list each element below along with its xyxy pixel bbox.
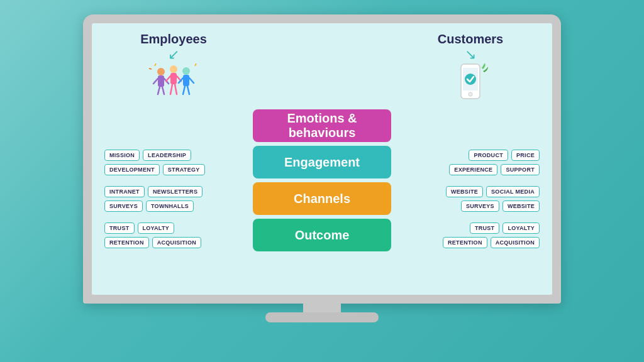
tag-social-media: SOCIAL MEDIA (486, 186, 540, 197)
tag-intranet: INTRANET (104, 186, 145, 197)
engagement-row: MISSION LEADERSHIP DEVELOPMENT STRATEGY … (104, 146, 540, 178)
monitor-screen-container: Employees ↙ (83, 14, 561, 304)
employees-tags-row5: TRUST LOYALTY (104, 222, 174, 234)
tag-loyalty-cust: LOYALTY (502, 222, 540, 234)
svg-rect-13 (183, 75, 189, 86)
svg-line-4 (158, 87, 160, 94)
outcome-button[interactable]: Outcome (253, 219, 391, 251)
tag-newsletters: NEWSLETTERS (148, 186, 203, 197)
svg-point-0 (157, 68, 165, 75)
tag-acquisition-emp: ACQUISITION (152, 237, 201, 248)
tag-development: DEVELOPMENT (104, 164, 160, 175)
channels-button[interactable]: Channels (253, 182, 391, 215)
header-section: Employees ↙ (104, 32, 540, 107)
tag-support: SUPPORT (501, 164, 540, 175)
tag-mission: MISSION (104, 150, 140, 161)
svg-line-11 (175, 84, 177, 94)
svg-line-15 (189, 78, 194, 83)
svg-line-19 (149, 69, 152, 69)
tag-retention-cust: RETENTION (443, 237, 487, 248)
svg-line-2 (153, 79, 158, 84)
tag-website-cust1: WEBSITE (446, 186, 483, 197)
svg-line-8 (166, 76, 170, 81)
tag-product: PRODUCT (469, 150, 508, 161)
tag-strategy: STRATEGY (163, 164, 205, 175)
customers-tags-row1: PRODUCT PRICE (469, 150, 540, 161)
engagement-btn-wrap: Engagement (235, 146, 409, 178)
channels-btn-wrap: Channels (235, 182, 409, 215)
tag-website-cust2: WEBSITE (502, 200, 540, 212)
tag-leadership: LEADERSHIP (143, 150, 191, 161)
tag-acquisition-cust: ACQUISITION (491, 237, 540, 248)
outcome-btn-wrap: Outcome (235, 219, 409, 251)
svg-point-12 (182, 67, 190, 75)
employees-illustration (148, 63, 199, 97)
svg-rect-1 (158, 75, 164, 87)
monitor-screen: Employees ↙ (92, 23, 552, 295)
employees-tags-row2: DEVELOPMENT STRATEGY (104, 164, 205, 175)
svg-point-6 (170, 65, 177, 73)
header-left: Employees ↙ (104, 32, 243, 97)
tag-surveys-emp: SURVEYS (104, 200, 143, 212)
employees-tags-row3: INTRANET NEWSLETTERS (104, 186, 203, 197)
employees-arrow: ↙ (168, 47, 179, 63)
customers-illustration (452, 63, 489, 107)
right-tags-channels: WEBSITE SOCIAL MEDIA SURVEYS WEBSITE (414, 186, 540, 212)
left-tags-engagement: MISSION LEADERSHIP DEVELOPMENT STRATEGY (104, 150, 230, 175)
tag-surveys-cust: SURVEYS (461, 200, 499, 212)
svg-point-24 (469, 92, 472, 96)
svg-line-20 (195, 63, 196, 66)
tag-townhalls: TOWNHALLS (146, 200, 194, 212)
header-right: Customers ↘ (401, 32, 540, 107)
customers-tags-row6: RETENTION ACQUISITION (443, 237, 540, 248)
tag-price: PRICE (511, 150, 540, 161)
svg-point-23 (465, 74, 476, 85)
customers-arrow: ↘ (465, 47, 476, 63)
customers-tags-row3: WEBSITE SOCIAL MEDIA (446, 186, 540, 197)
emotions-btn-wrap: Emotions & behaviours (235, 109, 409, 142)
tag-trust-cust: TRUST (470, 222, 500, 234)
svg-line-18 (155, 63, 156, 66)
svg-line-5 (162, 87, 164, 94)
customers-tags-row4: SURVEYS WEBSITE (461, 200, 540, 212)
customers-tags-row5: TRUST LOYALTY (470, 222, 540, 234)
outcome-row: TRUST LOYALTY RETENTION ACQUISITION Outc… (104, 219, 540, 251)
monitor-wrapper: Employees ↙ (64, 14, 580, 348)
employees-tags-row6: RETENTION ACQUISITION (104, 237, 201, 248)
engagement-button[interactable]: Engagement (253, 146, 391, 178)
tag-loyalty-emp: LOYALTY (138, 222, 175, 234)
right-tags-outcome: TRUST LOYALTY RETENTION ACQUISITION (414, 222, 540, 248)
svg-rect-7 (170, 73, 177, 84)
svg-line-16 (183, 86, 185, 94)
employees-title: Employees (104, 32, 243, 47)
emotions-button[interactable]: Emotions & behaviours (253, 109, 391, 142)
tag-trust-emp: TRUST (104, 222, 135, 234)
monitor-neck (303, 304, 341, 322)
tag-experience: EXPERIENCE (449, 164, 497, 175)
employees-tags-row1: MISSION LEADERSHIP (104, 150, 191, 161)
customers-tags-row2: EXPERIENCE SUPPORT (449, 164, 540, 175)
right-tags-engagement: PRODUCT PRICE EXPERIENCE SUPPORT (414, 150, 540, 175)
tag-retention-emp: RETENTION (104, 237, 149, 248)
left-tags-channels: INTRANET NEWSLETTERS SURVEYS TOWNHALLS (104, 186, 230, 212)
emotions-row: Emotions & behaviours (104, 109, 540, 142)
svg-line-17 (187, 86, 189, 94)
employees-tags-row4: SURVEYS TOWNHALLS (104, 200, 194, 212)
svg-line-10 (170, 84, 172, 94)
left-tags-outcome: TRUST LOYALTY RETENTION ACQUISITION (104, 222, 230, 248)
channels-row: INTRANET NEWSLETTERS SURVEYS TOWNHALLS C… (104, 182, 540, 215)
customers-title: Customers (401, 32, 540, 47)
